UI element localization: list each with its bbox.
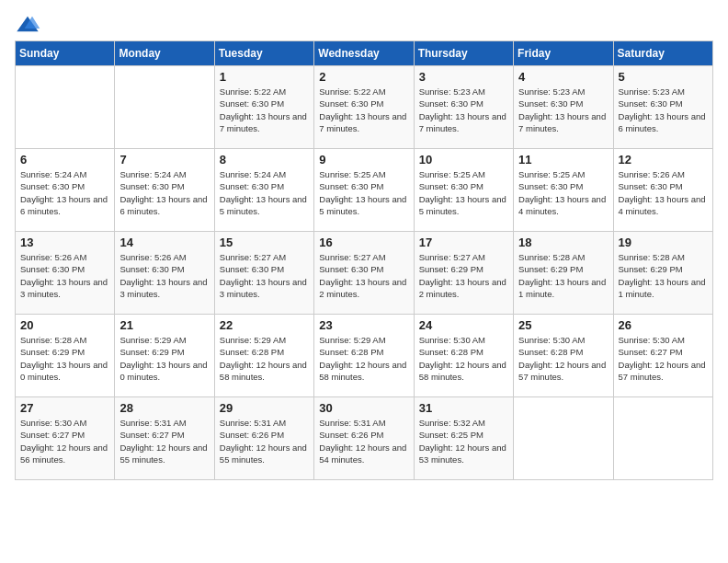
- day-info: Sunrise: 5:29 AM Sunset: 6:28 PM Dayligh…: [220, 334, 309, 383]
- day-number: 17: [419, 236, 508, 249]
- day-number: 30: [319, 401, 408, 415]
- day-info: Sunrise: 5:24 AM Sunset: 6:30 PM Dayligh…: [220, 168, 309, 217]
- week-row-2: 6Sunrise: 5:24 AM Sunset: 6:30 PM Daylig…: [16, 149, 713, 232]
- day-info: Sunrise: 5:24 AM Sunset: 6:30 PM Dayligh…: [119, 168, 209, 217]
- calendar-cell: 27Sunrise: 5:30 AM Sunset: 6:27 PM Dayli…: [16, 397, 115, 480]
- calendar-cell: 2Sunrise: 5:22 AM Sunset: 6:30 PM Daylig…: [314, 66, 414, 149]
- week-row-1: 1Sunrise: 5:22 AM Sunset: 6:30 PM Daylig…: [16, 66, 713, 149]
- calendar-cell: [514, 397, 613, 480]
- calendar-body: 1Sunrise: 5:22 AM Sunset: 6:30 PM Daylig…: [16, 66, 713, 480]
- day-number: 11: [518, 153, 608, 167]
- day-info: Sunrise: 5:26 AM Sunset: 6:30 PM Dayligh…: [20, 251, 109, 300]
- calendar-cell: 12Sunrise: 5:26 AM Sunset: 6:30 PM Dayli…: [613, 149, 712, 232]
- day-number: 1: [220, 70, 309, 84]
- calendar-cell: [115, 66, 214, 149]
- day-number: 12: [619, 153, 708, 167]
- day-number: 31: [419, 401, 508, 415]
- calendar-cell: 20Sunrise: 5:28 AM Sunset: 6:29 PM Dayli…: [16, 315, 115, 397]
- day-number: 15: [220, 236, 309, 249]
- day-info: Sunrise: 5:23 AM Sunset: 6:30 PM Dayligh…: [619, 86, 708, 134]
- day-number: 29: [220, 401, 309, 415]
- calendar-cell: 4Sunrise: 5:23 AM Sunset: 6:30 PM Daylig…: [514, 66, 613, 149]
- day-info: Sunrise: 5:32 AM Sunset: 6:25 PM Dayligh…: [419, 417, 508, 465]
- day-info: Sunrise: 5:29 AM Sunset: 6:28 PM Dayligh…: [319, 334, 408, 383]
- day-info: Sunrise: 5:28 AM Sunset: 6:29 PM Dayligh…: [619, 251, 708, 300]
- calendar-cell: 31Sunrise: 5:32 AM Sunset: 6:25 PM Dayli…: [414, 397, 513, 480]
- day-info: Sunrise: 5:30 AM Sunset: 6:27 PM Dayligh…: [20, 417, 109, 465]
- day-info: Sunrise: 5:25 AM Sunset: 6:30 PM Dayligh…: [419, 168, 508, 217]
- day-info: Sunrise: 5:27 AM Sunset: 6:29 PM Dayligh…: [419, 251, 508, 300]
- day-number: 22: [220, 318, 309, 332]
- day-number: 14: [119, 236, 209, 249]
- calendar-cell: 8Sunrise: 5:24 AM Sunset: 6:30 PM Daylig…: [214, 149, 313, 232]
- week-row-5: 27Sunrise: 5:30 AM Sunset: 6:27 PM Dayli…: [16, 397, 713, 480]
- header-friday: Friday: [514, 41, 613, 66]
- day-info: Sunrise: 5:25 AM Sunset: 6:30 PM Dayligh…: [319, 168, 408, 217]
- calendar-cell: 21Sunrise: 5:29 AM Sunset: 6:29 PM Dayli…: [115, 315, 214, 397]
- calendar-table: SundayMondayTuesdayWednesdayThursdayFrid…: [15, 40, 713, 480]
- day-number: 18: [518, 236, 608, 249]
- day-number: 3: [419, 70, 508, 84]
- day-number: 9: [319, 153, 408, 167]
- day-info: Sunrise: 5:31 AM Sunset: 6:26 PM Dayligh…: [220, 417, 309, 465]
- day-number: 6: [20, 153, 109, 167]
- calendar-cell: 7Sunrise: 5:24 AM Sunset: 6:30 PM Daylig…: [115, 149, 214, 232]
- day-number: 20: [20, 318, 109, 332]
- calendar-cell: [613, 397, 712, 480]
- header-saturday: Saturday: [613, 41, 712, 66]
- header-tuesday: Tuesday: [214, 41, 313, 66]
- calendar-cell: 1Sunrise: 5:22 AM Sunset: 6:30 PM Daylig…: [214, 66, 313, 149]
- day-info: Sunrise: 5:23 AM Sunset: 6:30 PM Dayligh…: [419, 86, 508, 134]
- day-info: Sunrise: 5:30 AM Sunset: 6:27 PM Dayligh…: [619, 334, 708, 383]
- week-row-4: 20Sunrise: 5:28 AM Sunset: 6:29 PM Dayli…: [16, 315, 713, 397]
- day-info: Sunrise: 5:28 AM Sunset: 6:29 PM Dayligh…: [518, 251, 608, 300]
- calendar-cell: 9Sunrise: 5:25 AM Sunset: 6:30 PM Daylig…: [314, 149, 414, 232]
- calendar-cell: 13Sunrise: 5:26 AM Sunset: 6:30 PM Dayli…: [16, 232, 115, 315]
- day-number: 24: [419, 318, 508, 332]
- day-number: 28: [119, 401, 209, 415]
- calendar-cell: 25Sunrise: 5:30 AM Sunset: 6:28 PM Dayli…: [514, 315, 613, 397]
- page-header: [15, 15, 713, 33]
- day-info: Sunrise: 5:29 AM Sunset: 6:29 PM Dayligh…: [119, 334, 209, 383]
- day-number: 10: [419, 153, 508, 167]
- calendar-cell: 17Sunrise: 5:27 AM Sunset: 6:29 PM Dayli…: [414, 232, 513, 315]
- calendar-cell: 15Sunrise: 5:27 AM Sunset: 6:30 PM Dayli…: [214, 232, 313, 315]
- day-info: Sunrise: 5:23 AM Sunset: 6:30 PM Dayligh…: [518, 86, 608, 134]
- day-info: Sunrise: 5:22 AM Sunset: 6:30 PM Dayligh…: [220, 86, 309, 134]
- header-sunday: Sunday: [16, 41, 115, 66]
- calendar-cell: 22Sunrise: 5:29 AM Sunset: 6:28 PM Dayli…: [214, 315, 313, 397]
- calendar-cell: 28Sunrise: 5:31 AM Sunset: 6:27 PM Dayli…: [115, 397, 214, 480]
- day-info: Sunrise: 5:22 AM Sunset: 6:30 PM Dayligh…: [319, 86, 408, 134]
- day-info: Sunrise: 5:25 AM Sunset: 6:30 PM Dayligh…: [518, 168, 608, 217]
- logo-icon: [15, 15, 40, 33]
- day-info: Sunrise: 5:31 AM Sunset: 6:27 PM Dayligh…: [119, 417, 209, 465]
- day-info: Sunrise: 5:30 AM Sunset: 6:28 PM Dayligh…: [419, 334, 508, 383]
- header-monday: Monday: [115, 41, 214, 66]
- day-number: 21: [119, 318, 209, 332]
- calendar-cell: 10Sunrise: 5:25 AM Sunset: 6:30 PM Dayli…: [414, 149, 513, 232]
- day-info: Sunrise: 5:28 AM Sunset: 6:29 PM Dayligh…: [20, 334, 109, 383]
- day-number: 26: [619, 318, 708, 332]
- calendar-cell: 18Sunrise: 5:28 AM Sunset: 6:29 PM Dayli…: [514, 232, 613, 315]
- day-number: 5: [619, 70, 708, 84]
- day-info: Sunrise: 5:26 AM Sunset: 6:30 PM Dayligh…: [119, 251, 209, 300]
- day-number: 8: [220, 153, 309, 167]
- calendar-cell: 30Sunrise: 5:31 AM Sunset: 6:26 PM Dayli…: [314, 397, 414, 480]
- calendar-cell: 6Sunrise: 5:24 AM Sunset: 6:30 PM Daylig…: [16, 149, 115, 232]
- calendar-cell: [16, 66, 115, 149]
- calendar-cell: 26Sunrise: 5:30 AM Sunset: 6:27 PM Dayli…: [613, 315, 712, 397]
- day-info: Sunrise: 5:31 AM Sunset: 6:26 PM Dayligh…: [319, 417, 408, 465]
- day-info: Sunrise: 5:30 AM Sunset: 6:28 PM Dayligh…: [518, 334, 608, 383]
- logo: [15, 15, 44, 33]
- calendar-cell: 3Sunrise: 5:23 AM Sunset: 6:30 PM Daylig…: [414, 66, 513, 149]
- calendar-cell: 5Sunrise: 5:23 AM Sunset: 6:30 PM Daylig…: [613, 66, 712, 149]
- day-number: 19: [619, 236, 708, 249]
- day-number: 16: [319, 236, 408, 249]
- calendar-header-row: SundayMondayTuesdayWednesdayThursdayFrid…: [16, 41, 713, 66]
- day-info: Sunrise: 5:24 AM Sunset: 6:30 PM Dayligh…: [20, 168, 109, 217]
- week-row-3: 13Sunrise: 5:26 AM Sunset: 6:30 PM Dayli…: [16, 232, 713, 315]
- calendar-cell: 14Sunrise: 5:26 AM Sunset: 6:30 PM Dayli…: [115, 232, 214, 315]
- day-number: 4: [518, 70, 608, 84]
- calendar-cell: 11Sunrise: 5:25 AM Sunset: 6:30 PM Dayli…: [514, 149, 613, 232]
- day-number: 2: [319, 70, 408, 84]
